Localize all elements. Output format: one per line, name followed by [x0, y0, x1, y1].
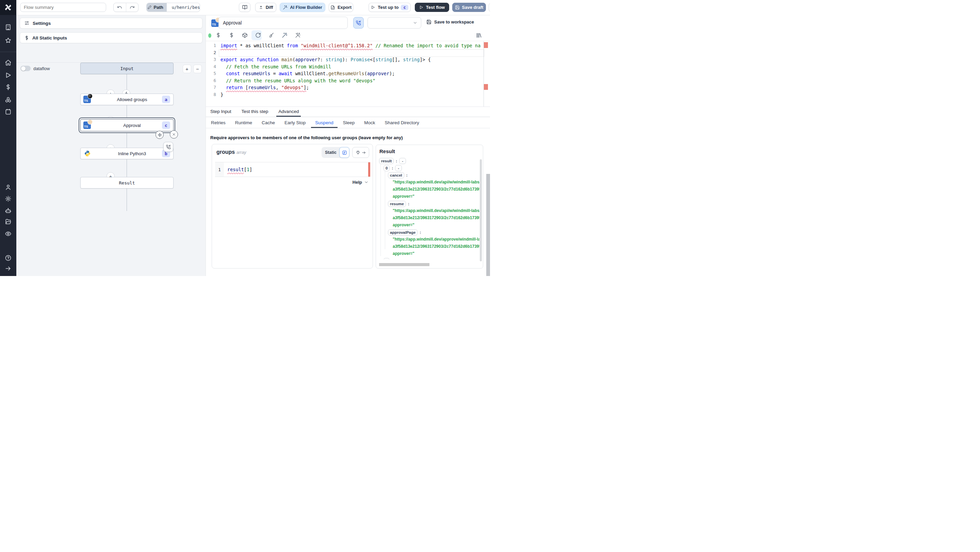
sidebar-item-users[interactable] [5, 184, 11, 191]
node-allowed-groups[interactable]: TS Allowed groups a [80, 94, 173, 105]
ai-flow-builder-button[interactable]: AI Flow Builder [280, 3, 325, 12]
connect-result-button[interactable] [352, 147, 369, 158]
save-draft-button[interactable]: Save draft [452, 3, 486, 12]
step-name-input[interactable] [218, 17, 348, 29]
subtab-shared-directory[interactable]: Shared Directory [384, 117, 420, 128]
ai-flow-builder-label: AI Flow Builder [290, 5, 322, 10]
dollar-icon [229, 32, 234, 38]
flow-settings-button[interactable]: Settings [20, 18, 202, 29]
delete-node-button[interactable] [170, 130, 178, 138]
node-python-label: Inline Python3 [91, 151, 173, 156]
subtab-cache[interactable]: Cache [261, 117, 275, 128]
tab-step-input[interactable]: Step Input [210, 106, 231, 117]
tab-advanced[interactable]: Advanced [278, 106, 299, 117]
sidebar-item-favorites[interactable] [5, 37, 11, 44]
node-input[interactable]: Input [80, 63, 173, 74]
subtab-sleep[interactable]: Sleep [342, 117, 356, 128]
ai-off-icon-button[interactable] [295, 32, 301, 38]
ai-assist-icon-button[interactable] [282, 32, 288, 38]
export-button[interactable]: Export [329, 3, 353, 12]
subtab-suspend[interactable]: Suspend [314, 117, 334, 128]
help-label: Help [353, 180, 362, 185]
wand-icon [282, 32, 288, 38]
move-icon [158, 133, 162, 137]
user-icon [5, 184, 11, 191]
result-json-tree[interactable]: result:-0:-cancel:"https://app.windmill.… [379, 157, 479, 259]
top-toolbar: Path u/henri/bes Diff AI Flow Builder Ex… [0, 0, 490, 15]
result-horizontal-scrollbar[interactable] [379, 263, 430, 266]
result-vertical-scrollbar[interactable] [480, 159, 482, 261]
play-icon [371, 5, 375, 10]
groups-expression-editor[interactable]: 1 result[1] [215, 162, 370, 177]
subtab-sleep-label: Sleep [343, 120, 355, 125]
sidebar-item-settings[interactable] [5, 195, 11, 202]
docs-button[interactable] [239, 3, 250, 12]
library-icon [476, 32, 482, 38]
subtab-retries[interactable]: Retries [210, 117, 226, 128]
gear-icon [5, 195, 11, 202]
flow-summary-input[interactable] [20, 3, 106, 12]
suspend-phone-button[interactable] [353, 17, 364, 29]
save-to-workspace-button[interactable]: Save to workspace [426, 19, 474, 24]
suspend-heading: Require approvers to be members of one o… [210, 135, 403, 140]
node-allowed-groups-badge: a [162, 95, 170, 103]
phone-incoming-icon [166, 145, 171, 150]
undo-icon [117, 5, 122, 10]
static-inputs-icon-button[interactable] [215, 32, 221, 38]
function-square-icon [342, 150, 347, 155]
windmill-logo[interactable] [0, 0, 16, 15]
format-icon-button[interactable] [269, 32, 274, 38]
sidebar-item-workers[interactable] [5, 207, 11, 214]
line-number: 1 [215, 162, 224, 177]
sidebar-item-home[interactable] [5, 59, 11, 66]
undo-button[interactable] [114, 3, 126, 11]
node-approval-selected[interactable]: TS Approval c [80, 119, 173, 131]
zoom-out-button[interactable]: − [193, 65, 202, 73]
deploy-button-clipped[interactable] [488, 3, 490, 12]
boxes-icon [5, 96, 11, 103]
help-expander[interactable]: Help [353, 180, 369, 185]
all-static-inputs-button[interactable]: All Static Inputs [20, 32, 202, 43]
groups-expression: result[1] [227, 162, 252, 177]
window-scrollbar[interactable] [486, 174, 490, 276]
sidebar-item-workspace[interactable] [5, 24, 11, 31]
tab-test-this-step[interactable]: Test this step [242, 106, 269, 117]
variables-icon-button[interactable] [229, 32, 234, 38]
zoom-in-button[interactable]: + [183, 65, 191, 73]
sidebar-expand-button[interactable] [5, 265, 11, 272]
ai-wand-icon [283, 5, 288, 10]
windmill-flow-builder: Path u/henri/bes Diff AI Flow Builder Ex… [0, 0, 490, 276]
dataflow-toggle[interactable] [21, 66, 30, 71]
sidebar-item-help[interactable] [5, 255, 11, 261]
diff-button[interactable]: Diff [255, 3, 276, 12]
move-node-button[interactable] [156, 131, 164, 139]
test-flow-button[interactable]: Test flow [415, 3, 449, 12]
subtab-mock[interactable]: Mock [363, 117, 375, 128]
reload-icon-button[interactable] [255, 32, 261, 38]
dataflow-toggle-knob [21, 66, 25, 71]
node-result[interactable]: Result [80, 177, 173, 189]
calendar-icon [5, 108, 11, 115]
kind-select[interactable] [368, 17, 421, 29]
node-inline-python[interactable]: Inline Python3 b [80, 148, 173, 159]
sidebar-item-folders[interactable] [5, 218, 11, 225]
code-editor[interactable]: 1import * as wmillClient from "windmill-… [206, 41, 490, 107]
library-icon-button[interactable] [476, 32, 482, 38]
path-button[interactable]: Path u/henri/bes [146, 3, 200, 12]
subtab-runtime[interactable]: Runtime [234, 117, 253, 128]
diff-label: Diff [266, 5, 273, 10]
suspend-phone-indicator[interactable] [163, 142, 173, 152]
subtab-early-stop[interactable]: Early Stop [284, 117, 306, 128]
redo-button[interactable] [126, 3, 138, 11]
package-icon-button[interactable] [242, 32, 248, 38]
package-icon [242, 32, 248, 38]
sidebar-item-resources[interactable] [5, 96, 11, 103]
function-mode-button[interactable] [339, 147, 350, 158]
sidebar-item-runs[interactable] [5, 72, 11, 79]
sidebar-item-schedules[interactable] [5, 108, 11, 115]
test-up-to-button[interactable]: Test up to c [369, 3, 411, 12]
static-toggle[interactable]: Static [321, 147, 350, 158]
sidebar-item-variables[interactable] [5, 84, 11, 91]
sidebar-item-audit-logs[interactable] [5, 231, 11, 237]
close-icon [172, 132, 176, 137]
